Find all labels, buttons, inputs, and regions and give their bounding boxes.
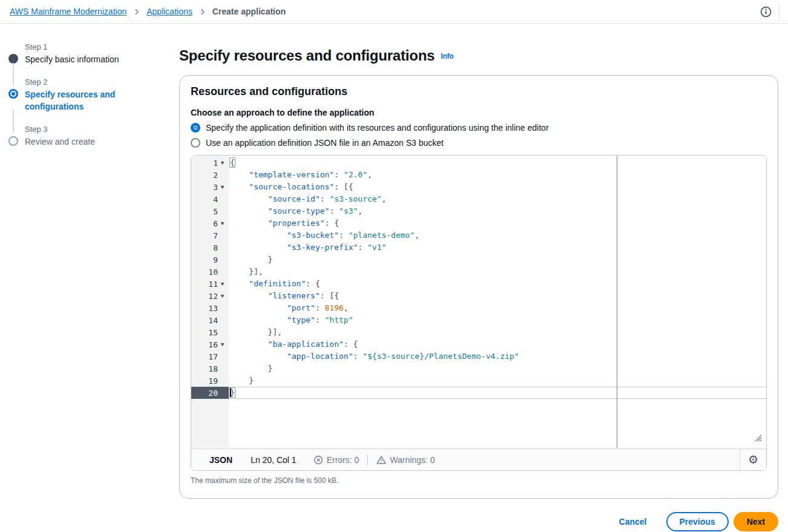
code-line-4[interactable]: "source-id": "s3-source",	[229, 193, 766, 205]
gutter-line-19: 19	[191, 375, 229, 387]
gutter-line-7: 7	[191, 229, 229, 241]
radio-option-label: Specify the application definition with …	[206, 123, 549, 133]
code-line-11[interactable]: "definition": {	[229, 278, 766, 290]
gutter-line-17: 17	[191, 350, 229, 363]
step-number: Step 1	[25, 42, 137, 51]
code-line-16[interactable]: "ba-application": {	[229, 338, 766, 350]
breadcrumb-link-service[interactable]: AWS Mainframe Modernization	[10, 7, 126, 16]
fold-arrow-icon[interactable]: ▼	[218, 293, 227, 299]
gutter-line-14: 14	[191, 314, 229, 326]
gutter-line-6: 6▼	[191, 217, 229, 229]
chevron-right-icon	[199, 8, 206, 16]
previous-button[interactable]: Previous	[666, 512, 729, 531]
step-number: Step 3	[25, 125, 137, 134]
error-circle-icon	[314, 455, 323, 465]
topbar-divider	[779, 4, 780, 19]
gutter-line-15: 15	[191, 326, 229, 338]
code-line-19[interactable]: }	[229, 375, 766, 387]
code-line-7[interactable]: "s3-bucket": "planets-demo",	[229, 229, 766, 241]
gutter-line-9: 9	[191, 254, 229, 266]
radio-option-s3-json[interactable]: Use an application definition JSON file …	[191, 138, 767, 148]
code-line-10[interactable]: }],	[229, 266, 766, 278]
code-line-18[interactable]: }	[229, 363, 766, 375]
wizard-actions: Cancel Previous Next	[179, 512, 778, 531]
wizard-step-1[interactable]: Step 1 Specify basic information	[8, 42, 137, 65]
step-title[interactable]: Specify basic information	[25, 53, 137, 65]
gutter-line-13: 13	[191, 302, 229, 314]
editor-status-bar: JSON Ln 20, Col 1 Errors: 0 Warnings: 0 …	[191, 448, 766, 470]
wizard-step-2[interactable]: Step 2 Specify resources and configurati…	[8, 77, 137, 113]
gutter-line-5: 5	[191, 205, 229, 217]
warnings-status: Warnings: 0	[376, 455, 435, 465]
radio-option-label: Use an application definition JSON file …	[206, 138, 444, 148]
fold-arrow-icon[interactable]: ▼	[218, 281, 227, 287]
next-button[interactable]: Next	[734, 512, 778, 531]
editor-gutter: 1▼23▼456▼7891011▼12▼13141516▼17181920	[191, 156, 229, 448]
errors-label: Errors: 0	[327, 455, 360, 465]
chevron-right-icon	[133, 8, 140, 16]
approach-label: Choose an approach to define the applica…	[191, 108, 767, 117]
code-line-14[interactable]: "type": "http"	[229, 314, 766, 326]
code-line-20[interactable]: }	[229, 387, 766, 399]
radio-unselected-icon[interactable]	[191, 138, 200, 148]
info-link[interactable]: Info	[441, 52, 453, 61]
radio-option-inline-editor[interactable]: Specify the application definition with …	[191, 123, 767, 133]
code-line-3[interactable]: "source-locations": [{	[229, 181, 766, 193]
editor-code[interactable]: { "template-version": "2.0", "source-loc…	[229, 156, 766, 448]
language-label: JSON	[209, 455, 232, 465]
breadcrumb-link-applications[interactable]: Applications	[146, 7, 192, 16]
code-line-9[interactable]: }	[229, 254, 766, 266]
step-completed-icon	[8, 54, 18, 64]
gear-icon[interactable]: ⚙	[740, 449, 766, 470]
editor-body[interactable]: 1▼23▼456▼7891011▼12▼13141516▼17181920 { …	[191, 156, 766, 448]
gutter-line-2: 2	[191, 169, 229, 181]
resources-panel: Resources and configurations Choose an a…	[179, 75, 778, 499]
code-line-5[interactable]: "source-type": "s3",	[229, 205, 766, 217]
code-line-17[interactable]: "app-location": "${s3-source}/PlanetsDem…	[229, 350, 766, 363]
breadcrumb: AWS Mainframe Modernization Applications…	[10, 7, 286, 16]
gutter-line-4: 4	[191, 193, 229, 205]
step-title[interactable]: Review and create	[25, 136, 137, 148]
code-editor: 1▼23▼456▼7891011▼12▼13141516▼17181920 { …	[191, 155, 767, 471]
step-number: Step 2	[25, 77, 137, 87]
wizard-steps-nav: Step 1 Specify basic information Step 2 …	[8, 42, 137, 160]
main-content: Specify resources and configurationsInfo…	[179, 47, 778, 531]
gutter-line-16: 16▼	[191, 338, 229, 350]
code-line-2[interactable]: "template-version": "2.0",	[229, 169, 766, 181]
code-line-1[interactable]: {	[229, 157, 766, 169]
radio-selected-icon[interactable]	[191, 123, 200, 133]
gutter-line-20: 20	[191, 387, 229, 399]
step-upcoming-icon	[8, 136, 18, 146]
cursor-position-label: Ln 20, Col 1	[251, 455, 297, 465]
code-line-8[interactable]: "s3-key-prefix": "v1"	[229, 241, 766, 254]
code-line-6[interactable]: "properties": {	[229, 217, 766, 229]
breadcrumb-current: Create application	[212, 7, 286, 16]
wizard-step-3[interactable]: Step 3 Review and create	[8, 125, 137, 148]
code-line-12[interactable]: "listeners": [{	[229, 290, 766, 302]
gutter-line-8: 8	[191, 241, 229, 254]
resize-handle-icon[interactable]	[754, 434, 762, 444]
gutter-line-11: 11▼	[191, 278, 229, 290]
cancel-button[interactable]: Cancel	[619, 517, 647, 527]
code-line-13[interactable]: "port": 8196,	[229, 302, 766, 314]
gutter-line-10: 10	[191, 266, 229, 278]
warnings-label: Warnings: 0	[390, 455, 435, 465]
code-line-15[interactable]: }],	[229, 326, 766, 338]
page-title-text: Specify resources and configurations	[179, 47, 435, 64]
panel-title: Resources and configurations	[191, 85, 767, 98]
page-title: Specify resources and configurationsInfo	[179, 47, 778, 64]
fold-arrow-icon[interactable]: ▼	[218, 160, 227, 166]
info-circle-icon[interactable]	[760, 6, 772, 18]
fold-arrow-icon[interactable]: ▼	[218, 341, 227, 347]
gutter-line-1: 1▼	[191, 157, 229, 169]
errors-status: Errors: 0	[314, 455, 360, 465]
step-title[interactable]: Specify resources and configurations	[25, 88, 137, 113]
fold-arrow-icon[interactable]: ▼	[218, 184, 227, 190]
topbar-tools	[760, 4, 780, 19]
step-current-icon	[8, 89, 18, 99]
gutter-line-18: 18	[191, 363, 229, 375]
max-size-note: The maximum size of the JSON file is 500…	[191, 476, 767, 485]
warning-triangle-icon	[376, 455, 386, 465]
fold-arrow-icon[interactable]: ▼	[218, 220, 227, 226]
gutter-line-12: 12▼	[191, 290, 229, 302]
